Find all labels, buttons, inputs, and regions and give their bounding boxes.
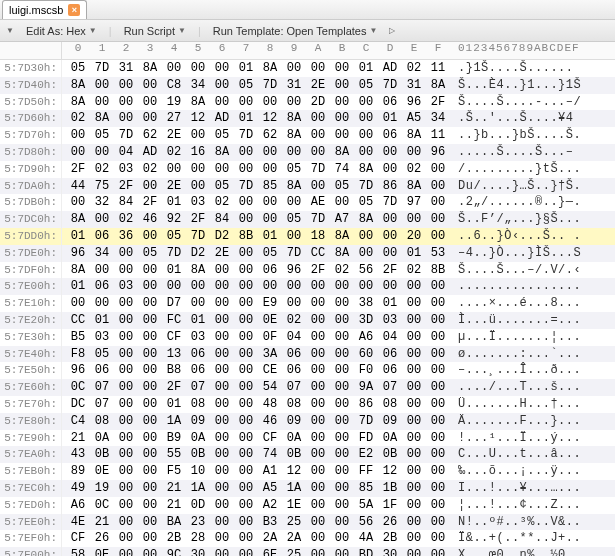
hex-byte[interactable]: 00 xyxy=(138,110,162,127)
chevron-down-icon[interactable]: ▼ xyxy=(6,26,14,35)
hex-byte[interactable]: 00 xyxy=(138,77,162,94)
hex-byte[interactable]: 2B xyxy=(378,530,402,547)
hex-byte[interactable]: 00 xyxy=(234,514,258,531)
hex-byte[interactable]: 62 xyxy=(138,127,162,144)
hex-byte[interactable]: 4A xyxy=(354,530,378,547)
hex-byte[interactable]: 25 xyxy=(282,514,306,531)
hex-byte[interactable]: 00 xyxy=(330,446,354,463)
hex-byte[interactable]: 00 xyxy=(330,413,354,430)
hex-row[interactable]: 5:7E00h:01060300000000000000000000000000… xyxy=(0,278,615,295)
hex-byte[interactable]: 00 xyxy=(258,194,282,211)
hex-byte[interactable]: 00 xyxy=(210,446,234,463)
hex-byte[interactable]: 05 xyxy=(354,77,378,94)
ascii-cell[interactable]: .Š..'.­..Š....¥4 xyxy=(450,110,574,127)
hex-byte[interactable]: 00 xyxy=(90,94,114,111)
hex-byte[interactable]: 00 xyxy=(330,94,354,111)
hex-byte[interactable]: 7D xyxy=(354,178,378,195)
hex-byte[interactable]: 00 xyxy=(306,530,330,547)
hex-byte[interactable]: 31 xyxy=(282,77,306,94)
hex-byte[interactable]: 00 xyxy=(330,194,354,211)
hex-byte[interactable]: 00 xyxy=(330,127,354,144)
ascii-cell[interactable]: –4..}Ò...}ÌŠ...S xyxy=(450,245,581,262)
hex-byte[interactable]: 00 xyxy=(210,497,234,514)
hex-byte[interactable]: 96 xyxy=(66,362,90,379)
hex-byte[interactable]: 01 xyxy=(162,396,186,413)
hex-byte[interactable]: 1E xyxy=(282,497,306,514)
hex-byte[interactable]: 2B xyxy=(162,530,186,547)
hex-byte[interactable]: 8A xyxy=(210,144,234,161)
hex-byte[interactable]: 43 xyxy=(66,446,90,463)
hex-byte[interactable]: 00 xyxy=(210,430,234,447)
hex-byte[interactable]: 0B xyxy=(282,446,306,463)
hex-byte[interactable]: 01 xyxy=(66,278,90,295)
hex-byte[interactable]: 2F xyxy=(138,194,162,211)
hex-byte[interactable]: 00 xyxy=(210,362,234,379)
hex-byte[interactable]: 00 xyxy=(378,211,402,228)
hex-byte[interactable]: B3 xyxy=(258,514,282,531)
ascii-cell[interactable]: Š..F’/„...}§Š... xyxy=(450,211,581,228)
hex-byte[interactable]: 00 xyxy=(402,530,426,547)
hex-byte[interactable]: 00 xyxy=(234,278,258,295)
hex-byte[interactable]: 00 xyxy=(186,60,210,77)
hex-byte[interactable]: 7D xyxy=(258,77,282,94)
hex-byte[interactable]: 00 xyxy=(330,497,354,514)
hex-byte[interactable]: 00 xyxy=(234,547,258,556)
hex-byte[interactable]: 00 xyxy=(210,346,234,363)
hex-byte[interactable]: 00 xyxy=(114,245,138,262)
hex-byte[interactable]: 03 xyxy=(114,161,138,178)
hex-byte[interactable]: 07 xyxy=(282,379,306,396)
hex-byte[interactable]: 00 xyxy=(378,278,402,295)
hex-byte[interactable]: 00 xyxy=(282,278,306,295)
hex-byte[interactable]: 00 xyxy=(306,547,330,556)
hex-byte[interactable]: 06 xyxy=(378,362,402,379)
hex-row[interactable]: 5:7D30h:057D318A000000018A00000001AD0211… xyxy=(0,60,615,77)
hex-byte[interactable]: 00 xyxy=(426,329,450,346)
hex-byte[interactable]: 00 xyxy=(210,413,234,430)
hex-byte[interactable]: 00 xyxy=(426,446,450,463)
hex-byte[interactable]: 00 xyxy=(210,396,234,413)
hex-byte[interactable]: 00 xyxy=(210,379,234,396)
hex-byte[interactable]: 00 xyxy=(306,362,330,379)
hex-byte[interactable]: 31 xyxy=(402,77,426,94)
hex-byte[interactable]: 2F xyxy=(306,262,330,279)
hex-byte[interactable]: 0A xyxy=(90,430,114,447)
hex-byte[interactable]: 8A xyxy=(258,60,282,77)
hex-byte[interactable]: 74 xyxy=(330,161,354,178)
hex-byte[interactable]: 00 xyxy=(426,514,450,531)
hex-byte[interactable]: DC xyxy=(66,396,90,413)
hex-byte[interactable]: 06 xyxy=(378,346,402,363)
hex-byte[interactable]: 75 xyxy=(90,178,114,195)
hex-byte[interactable]: 02 xyxy=(210,194,234,211)
hex-byte[interactable]: 00 xyxy=(402,346,426,363)
hex-byte[interactable]: 06 xyxy=(282,362,306,379)
hex-byte[interactable]: 01 xyxy=(90,312,114,329)
hex-bytes[interactable]: 000004AD02168A000000008A00000096 xyxy=(62,144,450,161)
hex-byte[interactable]: 34 xyxy=(90,245,114,262)
ascii-cell[interactable]: !...¹...Ï...ý... xyxy=(450,430,581,447)
hex-byte[interactable]: 8A xyxy=(354,211,378,228)
hex-byte[interactable]: 00 xyxy=(234,480,258,497)
hex-byte[interactable]: 06 xyxy=(378,127,402,144)
ascii-cell[interactable]: ..}b...}bŠ....Š. xyxy=(450,127,581,144)
hex-byte[interactable]: 00 xyxy=(210,161,234,178)
hex-byte[interactable]: 00 xyxy=(282,94,306,111)
hex-byte[interactable]: E2 xyxy=(354,446,378,463)
hex-byte[interactable]: 0E xyxy=(90,547,114,556)
hex-byte[interactable]: 00 xyxy=(426,346,450,363)
hex-byte[interactable]: 27 xyxy=(162,110,186,127)
hex-byte[interactable]: 7D xyxy=(234,127,258,144)
hex-byte[interactable]: 00 xyxy=(234,379,258,396)
hex-byte[interactable]: 4E xyxy=(66,514,90,531)
hex-byte[interactable]: 38 xyxy=(354,295,378,312)
hex-byte[interactable]: 00 xyxy=(426,396,450,413)
hex-bytes[interactable]: A60C0000210D0000A21E00005A1F0000 xyxy=(62,497,450,514)
hex-byte[interactable]: 00 xyxy=(306,312,330,329)
hex-byte[interactable]: B5 xyxy=(66,329,90,346)
hex-byte[interactable]: 00 xyxy=(90,144,114,161)
hex-byte[interactable]: 00 xyxy=(234,396,258,413)
hex-byte[interactable]: 8A xyxy=(90,110,114,127)
hex-byte[interactable]: 7D xyxy=(114,127,138,144)
ascii-cell[interactable]: ¦...!...¢...Z... xyxy=(450,497,581,514)
hex-byte[interactable]: 00 xyxy=(114,262,138,279)
hex-byte[interactable]: 00 xyxy=(138,514,162,531)
